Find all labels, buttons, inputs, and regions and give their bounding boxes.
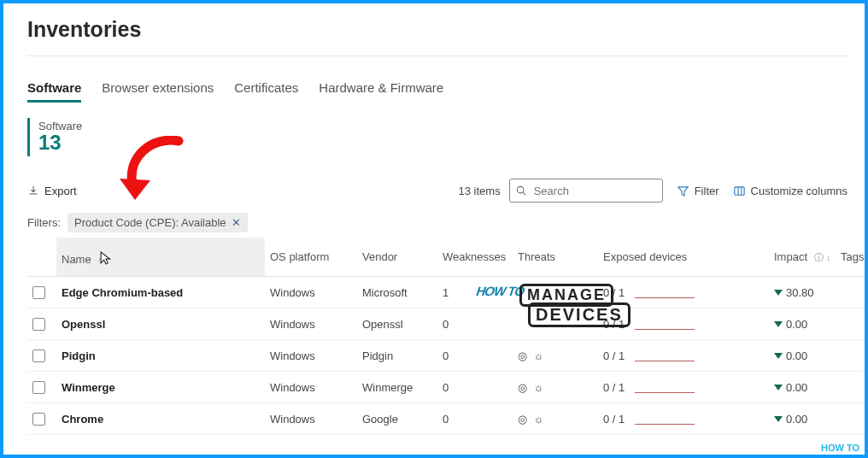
row-tags	[836, 308, 868, 340]
column-checkbox	[27, 238, 56, 277]
table-row[interactable]: ChromeWindowsGoogle0◎ ☼0 / 10.00	[27, 403, 868, 435]
search-icon	[515, 185, 527, 197]
customize-columns-button[interactable]: Customize columns	[733, 185, 847, 197]
sparkline-icon	[635, 413, 695, 425]
sparkline-icon	[635, 349, 695, 361]
software-table: Name ↑ OS platform Vendor Weaknesses Thr…	[27, 238, 868, 435]
tab-software[interactable]: Software	[27, 80, 81, 103]
table-row[interactable]: WinmergeWindowsWinmerge0◎ ☼0 / 10.00	[27, 372, 868, 403]
column-threats[interactable]: Threats	[513, 238, 598, 277]
columns-icon	[733, 185, 746, 197]
row-vendor: Pidgin	[357, 340, 437, 372]
row-weaknesses: 0	[437, 372, 513, 403]
filter-button[interactable]: Filter	[677, 185, 719, 197]
export-button[interactable]: Export	[27, 185, 77, 197]
row-exposed: 0 / 1	[598, 308, 769, 340]
row-tags	[836, 277, 868, 308]
row-checkbox[interactable]	[32, 349, 45, 362]
row-threats: ◎ ☼	[513, 403, 598, 435]
row-weaknesses: 0	[437, 340, 513, 372]
row-tags	[836, 403, 868, 435]
divider	[27, 56, 847, 56]
tabs: Software Browser extensions Certificates…	[27, 80, 847, 103]
row-impact: 0.00	[769, 372, 836, 403]
row-name: Pidgin	[62, 349, 96, 362]
stat-value: 13	[38, 131, 82, 155]
column-tags[interactable]: Tags	[836, 238, 868, 277]
column-exposed[interactable]: Exposed devices	[598, 238, 769, 277]
tab-hardware-firmware[interactable]: Hardware & Firmware	[319, 80, 443, 103]
info-icon: ⓘ ↓	[814, 252, 831, 262]
row-impact: 0.00	[769, 403, 836, 435]
row-checkbox[interactable]	[32, 286, 45, 299]
column-impact[interactable]: Impact ⓘ ↓	[769, 238, 836, 277]
row-exposed: 0 / 1	[598, 340, 769, 372]
row-name: Chrome	[62, 413, 103, 426]
row-os: Windows	[265, 308, 357, 340]
row-exposed: 0 / 1	[598, 403, 769, 435]
column-name[interactable]: Name ↑	[56, 238, 265, 277]
caret-down-icon	[774, 416, 783, 422]
customize-columns-label: Customize columns	[751, 185, 847, 197]
caret-down-icon	[774, 290, 783, 296]
row-os: Windows	[265, 277, 357, 308]
row-tags	[836, 372, 868, 403]
export-label: Export	[44, 185, 77, 197]
caret-down-icon	[774, 353, 783, 359]
sparkline-icon	[635, 286, 695, 298]
row-weaknesses: 1	[437, 277, 513, 308]
corner-watermark: HOW TO	[821, 443, 859, 453]
filter-icon	[677, 185, 689, 197]
column-impact-label: Impact	[774, 250, 807, 263]
row-impact: 0.00	[769, 308, 836, 340]
caret-down-icon	[774, 321, 783, 327]
column-name-label: Name	[62, 253, 91, 266]
row-threats: ◎ ☼	[513, 372, 598, 403]
row-os: Windows	[265, 372, 357, 403]
svg-point-0	[517, 186, 524, 193]
search-input[interactable]	[532, 184, 679, 198]
row-impact: 30.80	[769, 277, 836, 308]
row-threats: ◎ ☼	[513, 340, 598, 372]
row-exposed: 0 / 1	[598, 372, 769, 403]
row-name: Edge Chromium-based	[62, 286, 183, 299]
tab-browser-extensions[interactable]: Browser extensions	[102, 80, 214, 103]
row-name: Winmerge	[62, 381, 115, 394]
column-vendor[interactable]: Vendor	[357, 238, 437, 277]
table-row[interactable]: OpensslWindowsOpenssl00 / 10.00	[27, 308, 868, 340]
filter-chip-close-icon[interactable]: ✕	[232, 216, 241, 229]
column-weaknesses[interactable]: Weaknesses	[437, 238, 513, 277]
table-row[interactable]: PidginWindowsPidgin0◎ ☼0 / 10.00	[27, 340, 868, 372]
row-vendor: Microsoft	[357, 277, 437, 308]
filter-label: Filter	[695, 185, 719, 197]
row-checkbox[interactable]	[32, 413, 45, 426]
stat-software: Software 13	[27, 118, 82, 156]
svg-rect-2	[734, 186, 743, 194]
row-os: Windows	[265, 403, 357, 435]
row-vendor: Openssl	[357, 308, 437, 340]
svg-line-1	[523, 192, 525, 195]
row-weaknesses: 0	[437, 403, 513, 435]
sort-icon: ↑	[97, 255, 103, 265]
row-impact: 0.00	[769, 340, 836, 372]
caret-down-icon	[774, 385, 783, 390]
search-box[interactable]	[509, 179, 663, 203]
row-checkbox[interactable]	[32, 381, 45, 394]
sparkline-icon	[635, 381, 695, 393]
sparkline-icon	[635, 318, 695, 330]
column-os[interactable]: OS platform	[265, 238, 357, 277]
filter-chip-cpe[interactable]: Product Code (CPE): Available ✕	[67, 213, 248, 232]
row-weaknesses: 0	[437, 308, 513, 340]
table-row[interactable]: Edge Chromium-basedWindowsMicrosoft10 / …	[27, 277, 868, 308]
table-header-row: Name ↑ OS platform Vendor Weaknesses Thr…	[27, 238, 868, 277]
row-threats	[513, 308, 598, 340]
row-vendor: Winmerge	[357, 372, 437, 403]
toolbar: Export 13 items Filter Customize columns	[27, 179, 847, 203]
tab-certificates[interactable]: Certificates	[234, 80, 298, 103]
items-count: 13 items	[459, 185, 501, 197]
cursor-icon	[100, 250, 112, 266]
filters-label: Filters:	[27, 216, 61, 229]
row-checkbox[interactable]	[32, 318, 45, 331]
row-exposed: 0 / 1	[598, 277, 769, 308]
row-vendor: Google	[357, 403, 437, 435]
